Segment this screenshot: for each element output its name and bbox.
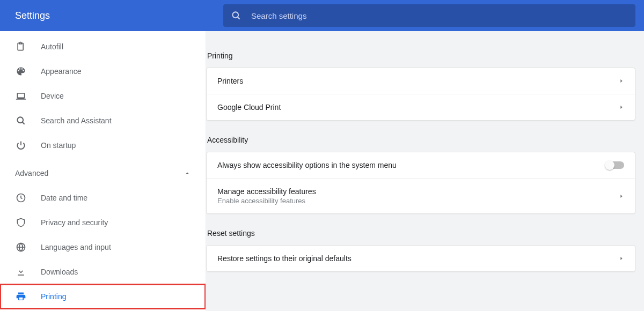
- sidebar-item-label: Appearance: [41, 67, 82, 76]
- row-always-show-accessibility[interactable]: Always show accessibility options in the…: [207, 152, 635, 178]
- sidebar-item-on-startup[interactable]: On startup: [0, 133, 206, 158]
- shield-icon: [15, 217, 27, 228]
- sidebar-item-label: Device: [41, 92, 64, 100]
- row-manage-accessibility[interactable]: Manage accessibility features Enable acc…: [207, 178, 635, 213]
- sidebar-item-label: Date and time: [41, 194, 87, 202]
- download-icon: [15, 266, 27, 278]
- row-label: Always show accessibility options in the…: [217, 161, 397, 169]
- sidebar-item-autofill[interactable]: Autofill: [0, 34, 206, 59]
- section-title-reset: Reset settings: [207, 229, 635, 238]
- row-printers[interactable]: Printers: [207, 68, 635, 94]
- advanced-label: Advanced: [15, 169, 48, 177]
- svg-line-1: [238, 17, 240, 19]
- header: Settings: [0, 0, 644, 31]
- row-cloud-print[interactable]: Google Cloud Print: [207, 94, 635, 120]
- main-content: Printing Printers Google Cloud Print Acc…: [206, 31, 644, 311]
- sidebar-item-label: Downloads: [41, 268, 78, 276]
- sidebar-item-appearance[interactable]: Appearance: [0, 59, 206, 84]
- section-title-printing: Printing: [207, 51, 635, 60]
- search-icon: [231, 10, 241, 21]
- printing-card: Printers Google Cloud Print: [206, 68, 635, 121]
- sidebar-item-label: Autofill: [41, 42, 63, 51]
- palette-icon: [15, 65, 27, 77]
- sidebar: Autofill Appearance Device Search and As…: [0, 31, 206, 311]
- laptop-icon: [15, 90, 27, 102]
- search-bar[interactable]: [223, 4, 635, 27]
- sidebar-item-label: On startup: [41, 141, 76, 150]
- row-label: Manage accessibility features: [217, 187, 316, 196]
- printer-icon: [15, 291, 27, 302]
- svg-point-0: [232, 12, 238, 18]
- svg-point-2: [17, 117, 23, 123]
- row-label-stack: Manage accessibility features Enable acc…: [217, 187, 316, 205]
- sidebar-item-label: Search and Assistant: [41, 116, 112, 125]
- chevron-right-icon: [619, 78, 624, 84]
- sidebar-item-privacy[interactable]: Privacy and security: [0, 210, 206, 235]
- search-input[interactable]: [251, 11, 628, 20]
- clock-icon: [15, 192, 27, 204]
- globe-icon: [15, 241, 27, 253]
- chevron-right-icon: [619, 256, 624, 261]
- chevron-up-icon: [184, 170, 191, 176]
- accessibility-card: Always show accessibility options in the…: [206, 152, 635, 214]
- power-icon: [15, 139, 27, 151]
- search-wrap: [223, 2, 644, 29]
- sidebar-item-label: Printing: [41, 292, 66, 301]
- header-title: Settings: [0, 10, 223, 21]
- chevron-right-icon: [619, 105, 624, 110]
- row-reset-defaults[interactable]: Restore settings to their original defau…: [207, 246, 635, 271]
- sidebar-item-downloads[interactable]: Downloads: [0, 260, 206, 284]
- sidebar-item-printing[interactable]: Printing: [0, 284, 206, 309]
- section-title-accessibility: Accessibility: [207, 136, 635, 144]
- row-label: Printers: [217, 77, 243, 85]
- magnify-icon: [15, 115, 27, 127]
- sidebar-item-date-time[interactable]: Date and time: [0, 186, 206, 210]
- toggle-accessibility[interactable]: [606, 161, 624, 169]
- svg-line-3: [23, 122, 25, 124]
- chevron-right-icon: [619, 194, 624, 199]
- sidebar-item-label: Privacy and security: [41, 218, 108, 227]
- sidebar-item-device[interactable]: Device: [0, 84, 206, 108]
- row-sublabel: Enable accessibility features: [217, 197, 316, 205]
- sidebar-item-search-assistant[interactable]: Search and Assistant: [0, 108, 206, 133]
- row-label: Google Cloud Print: [217, 103, 281, 112]
- row-label: Restore settings to their original defau…: [217, 254, 352, 263]
- advanced-toggle[interactable]: Advanced: [0, 161, 206, 186]
- sidebar-item-languages[interactable]: Languages and input: [0, 235, 206, 260]
- sidebar-item-label: Languages and input: [41, 243, 111, 251]
- clipboard-icon: [15, 41, 27, 53]
- reset-card: Restore settings to their original defau…: [206, 245, 635, 272]
